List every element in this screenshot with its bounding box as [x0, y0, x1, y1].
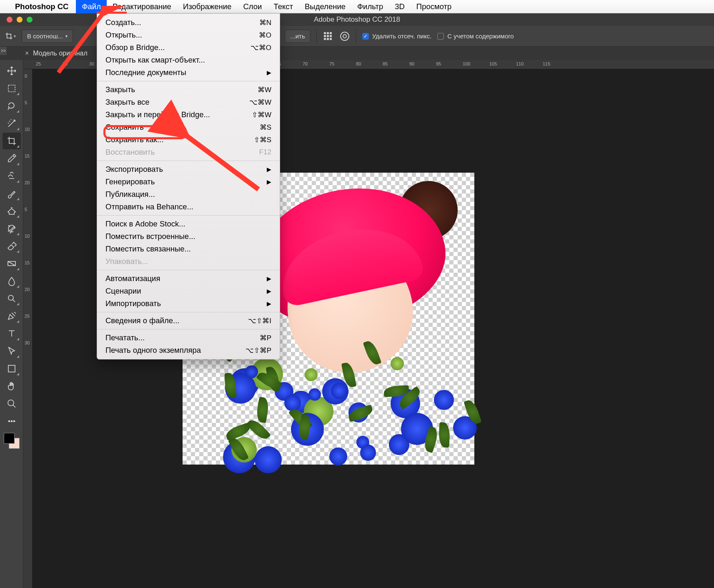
menubar-item-редактирование[interactable]: Редактирование: [107, 0, 177, 13]
eyedropper-tool[interactable]: [3, 150, 21, 167]
submenu-arrow-icon: ▶: [267, 300, 271, 307]
menubar-item-просмотр[interactable]: Просмотр: [411, 0, 458, 13]
grid-overlay-icon[interactable]: [323, 31, 333, 42]
menu-shortcut: ⌥⇧⌘I: [248, 317, 271, 325]
ratio-dropdown[interactable]: В соотнош... ▾: [22, 30, 73, 43]
menu-item-label: Создать...: [105, 18, 141, 27]
menu-item[interactable]: Открыть...⌘O: [97, 29, 280, 41]
menubar-item-текст[interactable]: Текст: [268, 0, 299, 13]
gear-icon[interactable]: [339, 31, 350, 42]
menu-item-label: Автоматизация: [105, 274, 160, 283]
menu-item[interactable]: Печать одного экземпляра⌥⇧⌘P: [97, 344, 280, 357]
menu-item[interactable]: Создать...⌘N: [97, 16, 280, 29]
menu-item[interactable]: Отправить на Behance...: [97, 201, 280, 213]
menu-item[interactable]: Сохранить⌘S: [97, 121, 280, 133]
menu-item[interactable]: Закрыть⌘W: [97, 83, 280, 96]
pen-tool[interactable]: [3, 308, 21, 324]
menu-item-label: Печать одного экземпляра: [105, 346, 201, 355]
menu-item-label: Печатать...: [105, 333, 145, 342]
menu-item[interactable]: Поместить встроенные...: [97, 230, 280, 243]
expand-panels-icon[interactable]: >>: [0, 47, 7, 55]
svg-rect-0: [8, 85, 15, 92]
menu-separator: [97, 81, 280, 81]
menu-item[interactable]: Сведения о файле...⌥⇧⌘I: [97, 314, 280, 327]
menu-item[interactable]: Экспортировать▶: [97, 163, 280, 176]
svg-point-4: [8, 400, 14, 406]
lasso-tool[interactable]: [3, 98, 21, 114]
history-brush-tool[interactable]: [3, 220, 21, 237]
magic-wand-tool[interactable]: [3, 115, 21, 132]
eraser-tool[interactable]: [3, 238, 21, 254]
close-window-icon[interactable]: [7, 17, 13, 23]
menu-shortcut: ⇧⌘W: [252, 111, 271, 119]
menu-item[interactable]: Закрыть все⌥⌘W: [97, 96, 280, 108]
menu-item[interactable]: Поместить связанные...: [97, 243, 280, 255]
document-tab[interactable]: × Модель оригинал: [25, 50, 88, 57]
menubar-item-файл[interactable]: Файл: [76, 0, 106, 13]
menu-shortcut: ⌘P: [260, 334, 271, 342]
menubar-item-слои[interactable]: Слои: [237, 0, 268, 13]
menu-item[interactable]: Импортировать▶: [97, 297, 280, 310]
menu-separator: [97, 270, 280, 270]
vertical-ruler[interactable]: 0510152051015202530: [23, 69, 33, 588]
marquee-tool[interactable]: [3, 80, 21, 97]
menu-item[interactable]: Закрыть и перейти в Bridge...⇧⌘W: [97, 108, 280, 121]
menu-item[interactable]: Сохранить как...⇧⌘S: [97, 133, 280, 146]
edit-toolbar[interactable]: [3, 413, 21, 430]
menu-shortcut: ⌘N: [259, 18, 271, 27]
menu-item[interactable]: Сценарии▶: [97, 285, 280, 297]
zoom-window-icon[interactable]: [27, 17, 33, 23]
crop-tool[interactable]: [3, 133, 21, 149]
menu-item[interactable]: Автоматизация▶: [97, 272, 280, 285]
svg-point-6: [11, 421, 12, 422]
menu-item[interactable]: Печатать...⌘P: [97, 332, 280, 344]
app-name[interactable]: Photoshop CC: [15, 2, 68, 11]
menu-item-label: Сценарии: [105, 286, 141, 296]
clone-stamp-tool[interactable]: [3, 203, 21, 219]
menu-item-label: Импортировать: [105, 299, 161, 308]
blur-tool[interactable]: [3, 273, 21, 289]
dodge-tool[interactable]: [3, 290, 21, 307]
menu-item-label: Закрыть: [105, 85, 135, 94]
menu-shortcut: ⇧⌘S: [254, 136, 271, 144]
close-tab-icon[interactable]: ×: [25, 50, 29, 57]
menubar-item-фильтр[interactable]: Фильтр: [351, 0, 389, 13]
minimize-window-icon[interactable]: [17, 17, 23, 23]
content-aware-checkbox[interactable]: С учетом содержимого: [437, 33, 514, 40]
menubar-item-изображение[interactable]: Изображение: [177, 0, 238, 13]
gradient-tool[interactable]: [3, 255, 21, 272]
svg-point-7: [13, 421, 15, 422]
menu-item-label: Сохранить как...: [105, 135, 163, 144]
type-tool[interactable]: [3, 325, 21, 342]
crop-tool-indicator-icon[interactable]: ▾: [5, 31, 16, 42]
rectangle-tool[interactable]: [3, 360, 21, 377]
menu-separator: [97, 312, 280, 312]
menu-item: Упаковать...: [97, 255, 280, 268]
menu-item[interactable]: Поиск в Adobe Stock...: [97, 218, 280, 230]
hand-tool[interactable]: [3, 378, 21, 395]
brush-tool[interactable]: [3, 185, 21, 202]
menu-shortcut: ⌥⇧⌘P: [246, 346, 271, 355]
path-select-tool[interactable]: [3, 343, 21, 359]
menu-shortcut: ⌘W: [258, 85, 271, 94]
menu-item-label: Восстановить: [105, 148, 155, 157]
zoom-tool[interactable]: [3, 395, 21, 412]
menu-item-label: Обзор в Bridge...: [105, 43, 165, 52]
menu-separator: [97, 329, 280, 329]
submenu-arrow-icon: ▶: [267, 178, 271, 185]
delete-cropped-checkbox[interactable]: ✓ Удалить отсеч. пикс.: [362, 33, 432, 40]
menu-item-label: Закрыть и перейти в Bridge...: [105, 110, 210, 119]
menu-item[interactable]: Обзор в Bridge...⌥⌘O: [97, 41, 280, 54]
menubar-item-выделение[interactable]: Выделение: [299, 0, 351, 13]
color-swatches[interactable]: [4, 433, 20, 449]
menu-item[interactable]: Публикация...: [97, 188, 280, 201]
menu-item[interactable]: Открыть как смарт-объект...: [97, 54, 280, 66]
truncated-button[interactable]: ...ить: [285, 30, 311, 43]
spot-heal-tool[interactable]: [3, 168, 21, 184]
menubar-item-3d[interactable]: 3D: [389, 0, 411, 13]
menu-item[interactable]: Генерировать▶: [97, 176, 280, 188]
move-tool[interactable]: [3, 63, 21, 79]
menu-item-label: Сохранить: [105, 123, 144, 132]
menu-item[interactable]: Последние документы▶: [97, 66, 280, 79]
menu-item: ВосстановитьF12: [97, 146, 280, 158]
